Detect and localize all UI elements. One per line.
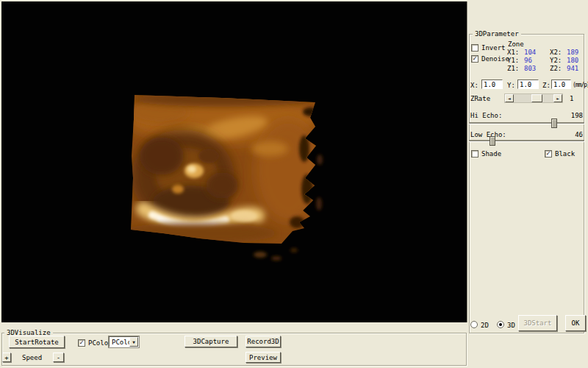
radio-dot-icon — [499, 323, 502, 326]
speed-label: Speed — [22, 354, 42, 361]
denoise-checkbox[interactable]: ✓ — [471, 55, 478, 63]
black-label: Black — [555, 150, 575, 158]
ok-button[interactable]: OK — [565, 315, 586, 331]
scroll-right-icon: ► — [556, 96, 559, 101]
ultrasound-volume-render — [1, 1, 467, 322]
zrate-scroll-left-button[interactable]: ◄ — [505, 94, 514, 102]
mode-3d-label: 3D — [507, 322, 515, 329]
zone-label: Zone — [508, 40, 524, 48]
black-checkbox[interactable]: ✓ — [545, 150, 552, 158]
zrate-scroll-thumb[interactable] — [531, 94, 542, 102]
hi-echo-slider[interactable] — [469, 122, 584, 124]
low-echo-value: 46 — [564, 131, 583, 138]
shade-label: Shade — [481, 150, 501, 158]
zone-x1-value: 104 — [524, 49, 536, 56]
hi-echo-slider-thumb[interactable] — [551, 118, 557, 128]
hi-echo-label: Hi Echo: — [470, 112, 502, 119]
zrate-scrollbar[interactable]: ◄ ► — [504, 93, 563, 103]
record3d-button[interactable]: Record3D — [245, 336, 281, 347]
scale-z-input[interactable] — [551, 79, 571, 89]
low-echo-label: Low Echo: — [470, 131, 506, 138]
zone-y2-label: Y2: — [550, 57, 562, 64]
app-window: { "panel": { "title": "3DParameter", "in… — [0, 0, 588, 368]
pcolor-checkbox[interactable]: ✓ — [78, 339, 85, 347]
pcolor-dropdown-button[interactable]: ▼ — [129, 337, 138, 347]
scale-y-label: Y: — [507, 82, 515, 89]
zone-y1-label: Y1: — [507, 57, 519, 64]
low-echo-slider-thumb[interactable] — [490, 136, 495, 146]
speed-plus-button[interactable]: + — [2, 353, 11, 362]
zone-y2-value: 180 — [567, 57, 578, 64]
zone-x2-label: X2: — [550, 49, 562, 56]
zone-z2-value: 941 — [567, 65, 578, 72]
zone-x2-value: 189 — [567, 49, 578, 56]
low-echo-slider[interactable] — [469, 140, 584, 142]
mode-3d-radio[interactable] — [497, 321, 504, 328]
zrate-scroll-right-button[interactable]: ► — [553, 94, 562, 102]
zone-y1-value: 96 — [524, 57, 532, 64]
scale-x-label: X: — [470, 82, 478, 89]
zrate-value: 1 — [570, 95, 573, 102]
mode-2d-radio[interactable] — [470, 321, 478, 328]
scale-y-input[interactable] — [517, 79, 539, 89]
zone-z1-label: Z1: — [507, 65, 519, 72]
chevron-down-icon: ▼ — [132, 339, 135, 344]
speed-minus-button[interactable]: - — [53, 353, 64, 362]
invert-label: Invert — [481, 44, 506, 52]
scroll-left-icon: ◄ — [508, 96, 511, 101]
start-rotate-button[interactable]: StartRotate — [9, 336, 65, 348]
zone-z1-value: 803 — [524, 65, 536, 72]
check-icon: ✓ — [79, 339, 83, 346]
hi-echo-value: 198 — [564, 112, 583, 119]
3dcapture-button[interactable]: 3DCapture — [184, 336, 237, 347]
zone-x1-label: X1: — [507, 49, 519, 56]
invert-checkbox[interactable] — [471, 44, 478, 52]
scale-unit-label: (mm/p) — [573, 82, 588, 89]
zrate-label: ZRate — [470, 95, 490, 102]
check-icon: ✓ — [473, 54, 476, 62]
pcolor-dropdown[interactable]: PColor ▼ — [109, 336, 139, 347]
denoise-label: Denoise — [481, 55, 509, 63]
shade-checkbox[interactable] — [471, 150, 478, 158]
mode-2d-label: 2D — [481, 322, 489, 329]
scale-x-input[interactable] — [481, 79, 503, 89]
zone-z2-label: Z2: — [550, 65, 562, 72]
check-icon: ✓ — [546, 149, 550, 157]
3d-render-viewport[interactable] — [1, 1, 467, 322]
preview-button[interactable]: Preview — [245, 352, 281, 363]
parameter-group-title: 3DParameter — [473, 30, 521, 38]
3dstart-button[interactable]: 3DStart — [518, 315, 557, 331]
scale-z-label: Z: — [542, 82, 551, 89]
